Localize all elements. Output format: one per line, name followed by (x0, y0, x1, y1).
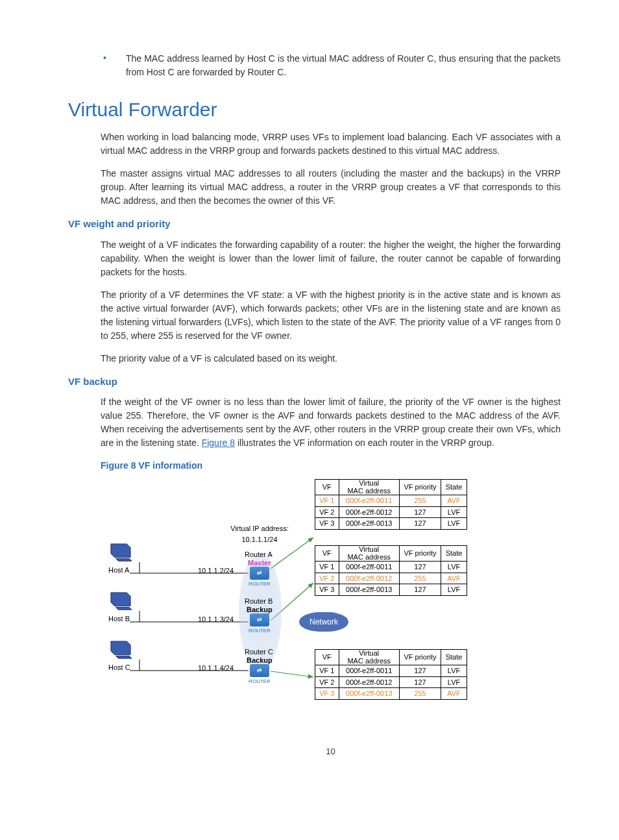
paragraph: The weight of a VF indicates the forward… (101, 238, 561, 279)
ip-b-label: 10.1.1.3/24 (198, 614, 234, 625)
host-a-icon (108, 543, 133, 563)
figure-diagram: Virtual IP address:10.1.1.1/24 Host A Ho… (101, 479, 467, 719)
ip-a-label: 10.1.1.2/24 (198, 565, 234, 576)
svg-line-8 (271, 671, 313, 677)
router-b-icon: ⇄ROUTER (249, 613, 271, 635)
subheading-vf-backup: VF backup (68, 375, 561, 389)
vf-table-router-a: VFVirtualMAC addressVF priorityStateVF 1… (315, 479, 467, 530)
text: illustrates the VF information on each r… (235, 438, 494, 448)
subheading-vf-weight: VF weight and priority (68, 217, 561, 232)
host-b-label: Host B (108, 613, 130, 624)
virtual-ip-label: Virtual IP address:10.1.1.1/24 (217, 523, 302, 545)
section-title: Virtual Forwarder (68, 95, 561, 124)
host-b-icon (108, 591, 133, 612)
figure-caption: Figure 8 VF information (101, 459, 561, 473)
figure-link[interactable]: Figure 8 (202, 438, 235, 448)
paragraph: The priority of a VF determines the VF s… (101, 288, 561, 343)
page-number: 10 (101, 745, 561, 758)
router-c-icon: ⇄ROUTER (249, 664, 271, 686)
vf-table-router-c: VFVirtualMAC addressVF priorityStateVF 1… (315, 649, 467, 700)
paragraph: When working in load balancing mode, VRR… (101, 130, 561, 158)
host-a-label: Host A (108, 565, 129, 576)
router-a-icon: ⇄ROUTER (249, 567, 271, 588)
ip-c-label: 10.1.1.4/24 (198, 663, 234, 674)
vf-table-router-b: VFVirtualMAC addressVF priorityStateVF 1… (315, 545, 467, 596)
paragraph: The master assigns virtual MAC addresses… (101, 167, 561, 208)
bullet-item: • The MAC address learned by Host C is t… (101, 52, 561, 79)
host-c-label: Host C (108, 662, 130, 673)
bullet-text: The MAC address learned by Host C is the… (126, 52, 561, 79)
paragraph: The priority value of a VF is calculated… (101, 352, 561, 365)
bullet-icon: • (103, 52, 106, 79)
paragraph: If the weight of the VF owner is no less… (101, 395, 561, 450)
host-c-icon (108, 640, 133, 661)
network-cloud: Network (299, 612, 348, 632)
